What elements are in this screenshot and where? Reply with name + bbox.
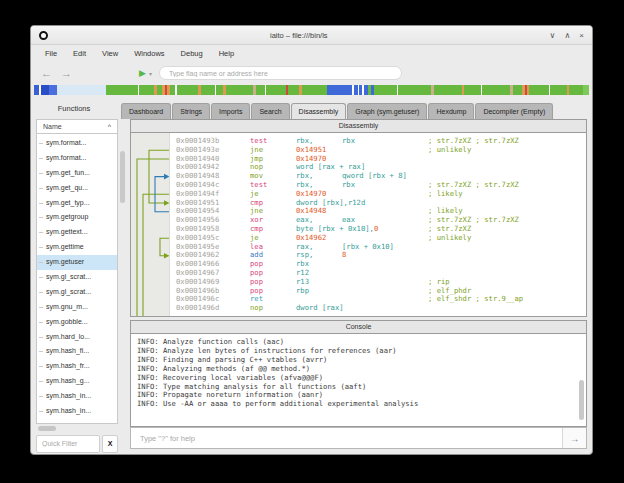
function-list-item[interactable]: sym.hard_lo... [37, 330, 117, 345]
tab[interactable]: Search [251, 103, 289, 119]
function-list-item[interactable]: sym.gobble... [37, 315, 117, 330]
tab[interactable]: Strings [172, 103, 210, 119]
menu-item[interactable]: Help [211, 47, 242, 60]
memory-segment [57, 85, 106, 95]
column-header-label: Name [43, 123, 62, 130]
function-list-item[interactable]: sym.gnu_m... [37, 300, 117, 315]
disassembly-listing: 0x0001493b test rbx, rbx ; str.7zXZ ; st… [170, 133, 586, 316]
instruction-mnemonic[interactable]: nop [250, 304, 296, 313]
memory-map-bar[interactable] [34, 85, 589, 95]
close-button[interactable]: × [579, 31, 584, 40]
function-list-item[interactable]: sym.hash_in... [37, 404, 117, 419]
menu-item[interactable]: Debug [173, 47, 211, 60]
jump-arrows [131, 133, 169, 317]
instruction-address[interactable]: 0x0001496d [176, 304, 250, 313]
instruction-operand-1[interactable]: dword [rax] [296, 304, 344, 313]
function-list-item[interactable]: sym.getgroup [37, 210, 117, 225]
instruction-comment: ; unlikely [428, 234, 471, 243]
function-list-item[interactable]: sym.getuser [37, 255, 117, 270]
instruction-operand-2[interactable]: 8 [342, 251, 346, 260]
menu-item[interactable]: File [37, 47, 65, 60]
tab[interactable]: Disassembly [291, 103, 347, 119]
instruction-operand-2[interactable]: 0 [374, 225, 378, 234]
jump-arrows-gutter [131, 133, 170, 316]
sort-ascending-icon[interactable]: ^ [108, 123, 111, 130]
function-list-item[interactable]: sym.gettime [37, 240, 117, 255]
clear-filter-button[interactable]: X [102, 435, 118, 453]
disassembly-row[interactable]: 0x00014962 add rsp, 8 [176, 251, 586, 260]
disassembly-panel-title[interactable]: Disassembly [130, 119, 587, 133]
function-list-item[interactable]: sym.hash_fi... [37, 344, 117, 359]
chevron-down-icon[interactable]: ▾ [149, 70, 152, 77]
disassembly-row[interactable]: 0x0001493b test rbx, rbx ; str.7zXZ ; st… [176, 137, 586, 146]
maximize-button[interactable]: ∧ [564, 31, 570, 40]
function-list-item[interactable]: sym.get_typ... [37, 196, 117, 211]
tab[interactable]: Hexdump [428, 103, 474, 119]
tab[interactable]: Decompiler (Empty) [475, 103, 553, 119]
tab[interactable]: Graph (sym.getuser) [347, 103, 427, 119]
horizontal-scrollbar-thumb[interactable] [38, 426, 56, 431]
vertical-scrollbar-thumb[interactable] [120, 151, 125, 203]
tab[interactable]: Imports [211, 103, 250, 119]
flag-search-input[interactable] [159, 66, 402, 80]
disassembly-row[interactable]: 0x00014969 pop r13 ; rip [176, 278, 586, 287]
menu-item[interactable]: Windows [126, 47, 172, 60]
disassembly-row[interactable]: 0x0001496b pop rbp ; elf_phdr [176, 287, 586, 296]
tab-row: Functions Dashboard Strings Imports Sear… [31, 97, 592, 119]
title-bar[interactable]: iaito – file:///bin/ls ∨ ∧ × [31, 26, 592, 45]
disassembly-row[interactable]: 0x00014967 pop r12 [176, 269, 586, 278]
function-list-item[interactable]: sym.get_fun... [37, 166, 117, 181]
disassembly-row[interactable]: 0x0001494c test rbx, rbx ; str.7zXZ ; st… [176, 181, 586, 190]
disassembly-row[interactable]: 0x0001495e lea rax, [rbx + 0x10] [176, 243, 586, 252]
horizontal-scrollbar[interactable] [36, 425, 118, 432]
functions-list: sym.format... sym.format... sym.get_fun.… [36, 134, 118, 424]
function-list-item[interactable]: sym.hash_in... [37, 389, 117, 404]
function-list-item[interactable]: sym.gl_scrat... [37, 270, 117, 285]
disassembly-row[interactable]: 0x00014951 cmp dword [rbx], r12d [176, 199, 586, 208]
disassembly-row[interactable]: 0x00014956 xor eax, eax ; str.7zXZ ; str… [176, 216, 586, 225]
console-output[interactable]: INFO: Analyze function calls (aac) INFO:… [130, 334, 587, 427]
quick-filter-input[interactable] [36, 435, 100, 453]
minimize-button[interactable]: ∨ [550, 31, 556, 40]
vertical-scrollbar[interactable] [119, 119, 126, 454]
disassembly-row[interactable]: 0x0001493e jne 0x14951 ; unlikely [176, 146, 586, 155]
tab[interactable]: Dashboard [121, 103, 171, 119]
toolbar: ← → ▶ ▾ [31, 62, 592, 84]
function-list-item[interactable]: sym.format... [37, 151, 117, 166]
instruction-operand-2[interactable]: r12d [348, 199, 365, 208]
instruction-operand-2[interactable]: rbx [342, 137, 355, 146]
console-scrollbar-thumb[interactable] [579, 380, 584, 420]
continue-play-icon[interactable]: ▶ [139, 68, 146, 78]
disassembly-row[interactable]: 0x00014940 jmp 0x14970 [176, 155, 586, 164]
instruction-operand-2[interactable]: [rbx + 0x10] [342, 243, 394, 252]
functions-dock-title[interactable]: Functions [31, 104, 117, 119]
function-list-item[interactable]: sym.get_qu... [37, 181, 117, 196]
function-list-item[interactable]: sym.format... [37, 136, 117, 151]
app-logo-icon [39, 31, 48, 40]
disassembly-row[interactable]: 0x0001494f je 0x14970 ; likely [176, 190, 586, 199]
console-command-input[interactable] [131, 428, 562, 448]
disassembly-row[interactable]: 0x00014948 mov rbx, qword [rbx + 8] [176, 172, 586, 181]
instruction-operand-2[interactable]: rbx [342, 181, 355, 190]
functions-column-header[interactable]: Name ^ [36, 119, 118, 134]
menu-item[interactable]: Edit [65, 47, 94, 60]
memory-segment [226, 85, 253, 95]
console-send-button[interactable]: → [562, 428, 586, 448]
instruction-operand-1[interactable]: rbp [296, 287, 342, 296]
function-list-item[interactable]: sym.hash_fr... [37, 359, 117, 374]
disassembly-view: 0x0001493b test rbx, rbx ; str.7zXZ ; st… [130, 133, 587, 317]
console-panel-title[interactable]: Console [130, 320, 587, 334]
app-window: iaito – file:///bin/ls ∨ ∧ × File Edit V… [30, 25, 593, 455]
function-list-item[interactable]: sym.gl_scrat... [37, 285, 117, 300]
disassembly-row[interactable]: 0x0001496c ret ; elf_shdr ; str.9__ap [176, 295, 586, 304]
menu-item[interactable]: View [94, 47, 126, 60]
disassembly-row[interactable]: 0x0001496d nop dword [rax] [176, 304, 586, 313]
disassembly-row[interactable]: 0x00014966 pop rbx [176, 260, 586, 269]
disassembly-row[interactable]: 0x00014954 jne 0x14948 ; likely [176, 207, 586, 216]
memory-segment [266, 85, 285, 95]
function-list-item[interactable]: sym.gettext... [37, 225, 117, 240]
function-list-item[interactable]: sym.hash_g... [37, 374, 117, 389]
disassembly-row[interactable]: 0x00014958 cmp byte [rbx + 0x10], 0 ; st… [176, 225, 586, 234]
back-arrow-icon[interactable]: ← [41, 68, 52, 79]
forward-arrow-icon[interactable]: → [61, 68, 72, 79]
